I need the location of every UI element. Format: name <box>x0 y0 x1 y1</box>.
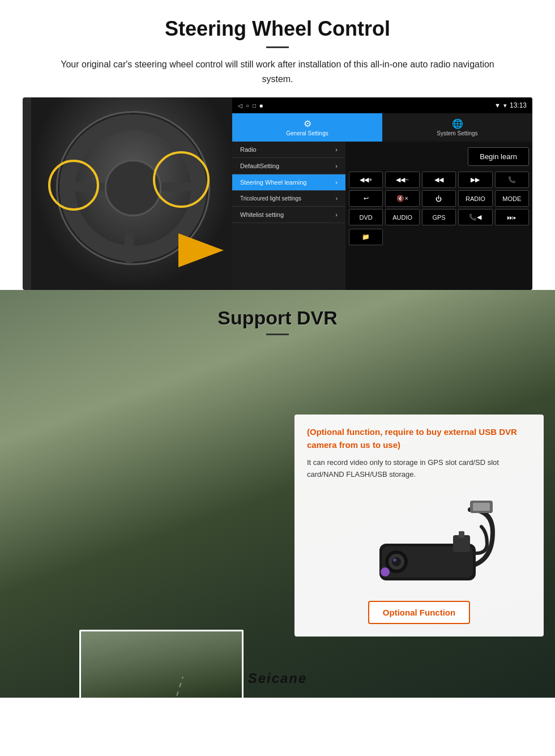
svg-rect-2 <box>473 503 490 511</box>
dvr-camera-svg <box>334 493 504 589</box>
svg-rect-11 <box>459 531 464 538</box>
ctrl-back[interactable]: ↩ <box>349 190 383 207</box>
steering-wheel-photo <box>23 97 244 290</box>
ctrl-phone[interactable]: 📞 <box>495 172 529 188</box>
ctrl-extra[interactable]: 📁 <box>349 229 383 245</box>
steering-composite: ◁ ○ □ ■ ▼ ▾ 13:13 ⚙ General Settings <box>23 97 532 290</box>
title-divider <box>266 46 289 48</box>
ctrl-phone-prev[interactable]: 📞◀ <box>458 209 492 225</box>
ctrl-vol-down[interactable]: ◀◀− <box>385 172 419 188</box>
android-menu: Radio › DefaultSetting › Steering Wheel … <box>232 142 345 290</box>
arrow-indicator <box>178 228 235 273</box>
menu-steering-label: Steering Wheel learning <box>240 179 306 186</box>
statusbar-left-icons: ◁ ○ □ ■ <box>238 102 263 109</box>
menu-tricoloured-arrow: › <box>336 195 338 202</box>
general-settings-icon: ⚙ <box>304 118 311 129</box>
wheel-circle-left <box>48 160 99 211</box>
dvr-info-card: (Optional function, require to buy exter… <box>294 415 544 637</box>
menu-item-default-setting[interactable]: DefaultSetting › <box>232 158 345 174</box>
ctrl-prev[interactable]: ◀◀ <box>422 172 456 188</box>
nav-back-icon: ◁ <box>238 102 242 109</box>
menu-whitelist-arrow: › <box>335 211 338 218</box>
dvr-card-body: It can record video only to storage in G… <box>307 457 531 481</box>
svg-line-0 <box>163 677 183 698</box>
svg-point-8 <box>393 558 396 562</box>
system-settings-label: System Settings <box>437 130 477 136</box>
tab-general-settings[interactable]: ⚙ General Settings <box>232 113 382 142</box>
control-buttons-grid: ◀◀+ ◀◀− ◀◀ ▶▶ 📞 ↩ 🔇× ⏻ RADIO MODE DVD AU… <box>349 172 529 225</box>
dvr-section: Support DVR (Optional function, require … <box>0 290 555 698</box>
dvr-title: Support DVR <box>0 307 555 329</box>
dvr-screenshot-inset <box>79 630 244 698</box>
page-title: Steering Wheel Control <box>23 17 532 41</box>
wheel-circle-right <box>153 151 210 208</box>
begin-learn-row: Begin learn <box>349 145 529 168</box>
ctrl-radio[interactable]: RADIO <box>458 190 492 207</box>
dvr-title-divider <box>266 334 289 335</box>
menu-item-whitelist[interactable]: Whitelist setting › <box>232 207 345 223</box>
menu-default-label: DefaultSetting <box>240 163 279 169</box>
signal-icon: ▼ <box>494 102 501 109</box>
android-content: Radio › DefaultSetting › Steering Wheel … <box>232 142 532 290</box>
menu-steering-arrow: › <box>335 179 338 186</box>
arrow-shape <box>178 233 224 267</box>
steering-wheel-section: Steering Wheel Control Your original car… <box>0 0 555 290</box>
seicane-logo: Seicane <box>248 670 308 686</box>
system-settings-icon: 🌐 <box>452 118 463 129</box>
android-statusbar: ◁ ○ □ ■ ▼ ▾ 13:13 <box>232 97 532 113</box>
ctrl-audio[interactable]: AUDIO <box>385 209 419 225</box>
android-tabs[interactable]: ⚙ General Settings 🌐 System Settings <box>232 113 532 142</box>
statusbar-time: 13:13 <box>510 101 527 109</box>
menu-whitelist-label: Whitelist setting <box>240 211 284 218</box>
wifi-icon: ▾ <box>503 102 507 109</box>
general-settings-label: General Settings <box>286 130 328 136</box>
dvr-card-title: (Optional function, require to buy exter… <box>307 426 531 451</box>
menu-item-radio[interactable]: Radio › <box>232 142 345 158</box>
android-ui-panel: ◁ ○ □ ■ ▼ ▾ 13:13 ⚙ General Settings <box>232 97 532 290</box>
android-right-panel: Begin learn ◀◀+ ◀◀− ◀◀ ▶▶ 📞 ↩ 🔇× ⏻ RADIO… <box>345 142 532 290</box>
ctrl-vol-up[interactable]: ◀◀+ <box>349 172 383 188</box>
ctrl-dvd[interactable]: DVD <box>349 209 383 225</box>
svg-point-9 <box>381 567 390 576</box>
road-markings-svg <box>81 631 244 698</box>
menu-default-arrow: › <box>335 163 338 169</box>
menu-tricoloured-label: Tricoloured light settings <box>240 195 301 202</box>
dvr-camera-illustration <box>307 490 531 592</box>
ctrl-next[interactable]: ▶▶ <box>458 172 492 188</box>
nav-recent-icon: □ <box>253 102 256 109</box>
begin-learn-button[interactable]: Begin learn <box>468 147 529 166</box>
svg-point-7 <box>392 557 401 566</box>
nav-menu-icon: ■ <box>259 102 263 109</box>
menu-item-tricoloured[interactable]: Tricoloured light settings › <box>232 191 345 207</box>
wheel-spoke-bottom <box>125 233 134 263</box>
steering-description: Your original car's steering wheel contr… <box>45 57 510 86</box>
nav-home-icon: ○ <box>246 102 249 109</box>
optional-function-button[interactable]: Optional Function <box>368 601 470 624</box>
dvr-title-area: Support DVR <box>0 290 555 344</box>
wheel-center <box>105 160 161 216</box>
menu-radio-arrow: › <box>335 146 338 153</box>
bottom-controls-row: 📁 <box>349 229 529 245</box>
ctrl-mode[interactable]: MODE <box>495 190 529 207</box>
ctrl-skip-next[interactable]: ⏭▶ <box>495 209 529 225</box>
menu-item-steering-wheel[interactable]: Steering Wheel learning › <box>232 174 345 191</box>
tab-system-settings[interactable]: 🌐 System Settings <box>382 113 532 142</box>
ctrl-gps[interactable]: GPS <box>422 209 456 225</box>
steering-wheel-drawing <box>31 97 235 290</box>
menu-radio-label: Radio <box>240 146 257 153</box>
ctrl-mute[interactable]: 🔇× <box>385 190 419 207</box>
ctrl-power[interactable]: ⏻ <box>422 190 456 207</box>
statusbar-right-area: ▼ ▾ 13:13 <box>494 101 527 109</box>
